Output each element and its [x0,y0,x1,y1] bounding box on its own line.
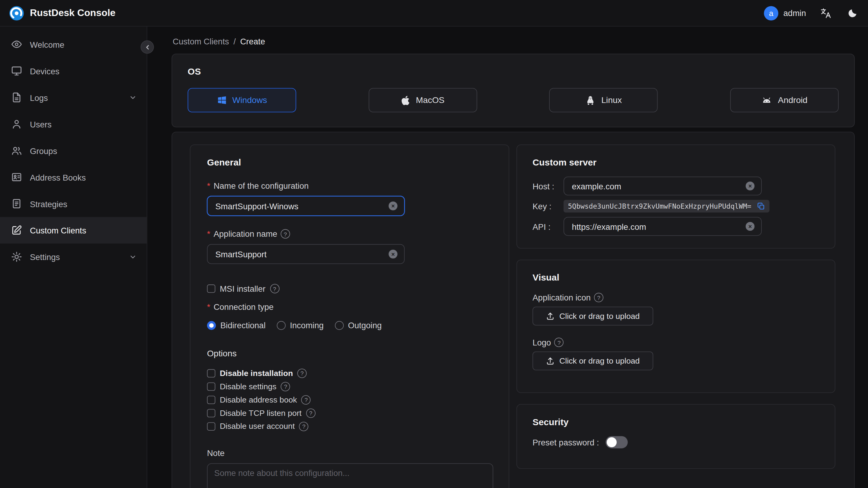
help-icon[interactable]: ? [270,284,279,293]
options-title: Options [207,349,492,359]
sidebar-item-logs[interactable]: Logs [0,84,147,111]
key-label: Key : [532,202,564,211]
translate-icon[interactable] [819,6,833,20]
connection-type-label: * Connection type [207,302,492,312]
radio-incoming[interactable]: Incoming [277,321,324,330]
sidebar-item-label: Users [30,119,52,129]
sidebar-item-welcome[interactable]: Welcome [0,31,147,58]
api-input[interactable] [571,221,746,232]
os-option-windows[interactable]: Windows [188,88,296,112]
sidebar-item-label: Welcome [30,39,64,49]
options-list: Disable installation ? Disable settings … [207,366,492,433]
app-title: RustDesk Console [30,7,115,19]
os-option-linux[interactable]: Linux [549,88,658,112]
os-options-row: Windows MacOS [188,88,838,112]
chevron-down-icon [129,94,137,101]
application-icon-upload-button[interactable]: Click or drag to upload [532,306,653,325]
radio-selected-icon [207,321,216,330]
radio-icon [335,321,343,330]
os-option-macos[interactable]: MacOS [369,88,477,112]
sidebar-collapse-button[interactable] [141,40,154,54]
option-disable-tcp-listen-port: Disable TCP listen port ? [207,406,492,420]
key-value-chip: 5Qbwsde3unUcJBtrx9ZkvUmwFNoExHzpryHuPUdq… [564,200,770,213]
rustdesk-logo-icon [9,5,24,21]
application-name-input-wrap: × [207,244,405,264]
sidebar-item-label: Address Books [30,173,86,182]
breadcrumb-parent[interactable]: Custom Clients [173,36,229,46]
sidebar-item-label: Logs [30,93,48,102]
disable-tcp-listen-port-checkbox[interactable] [207,409,215,417]
clear-icon[interactable]: × [746,182,754,190]
clear-icon[interactable]: × [746,222,754,231]
radio-outgoing[interactable]: Outgoing [335,321,382,330]
option-disable-settings: Disable settings ? [207,379,492,393]
users-icon [11,118,22,129]
logo-upload-button[interactable]: Click or drag to upload [532,352,653,370]
name-input[interactable] [214,201,389,211]
logs-icon [11,92,22,103]
disable-address-book-checkbox[interactable] [207,396,215,404]
sidebar-item-label: Strategies [30,199,67,208]
option-disable-user-account: Disable user account ? [207,420,492,433]
application-icon-label: Application icon ? [532,293,819,302]
disable-user-account-checkbox[interactable] [207,422,215,430]
disable-installation-checkbox[interactable] [207,369,215,377]
sidebar-item-settings[interactable]: Settings [0,243,147,270]
custom-server-panel: Custom server Host : × Key : [517,144,835,248]
copy-icon[interactable] [757,202,765,210]
sidebar: Welcome Devices Logs [0,27,147,488]
chevron-down-icon [129,253,137,261]
os-option-label: Android [778,95,808,105]
breadcrumb-current: Create [240,36,265,46]
sidebar-item-groups[interactable]: Groups [0,138,147,164]
sidebar-item-strategies[interactable]: Strategies [0,190,147,217]
help-icon[interactable]: ? [281,229,290,239]
clear-icon[interactable]: × [389,250,398,258]
sidebar-item-users[interactable]: Users [0,111,147,138]
msi-installer-checkbox[interactable] [207,284,215,293]
msi-installer-row: MSI installer ? [207,284,492,293]
preset-password-label: Preset password : [532,437,599,447]
clear-icon[interactable]: × [389,202,398,210]
help-icon[interactable]: ? [306,408,315,418]
api-row: API : × [532,217,819,236]
security-panel: Security Preset password : [517,404,835,469]
sidebar-item-address-books[interactable]: Address Books [0,164,147,190]
msi-installer-label: MSI installer [220,284,266,293]
user-menu[interactable]: a admin [764,6,806,20]
app-viewport: RustDesk Console a admin [0,0,868,488]
key-value: 5Qbwsde3unUcJBtrx9ZkvUmwFNoExHzpryHuPUdq… [568,202,753,210]
help-icon[interactable]: ? [554,338,564,347]
dark-mode-icon[interactable] [846,6,859,20]
radio-bidirectional[interactable]: Bidirectional [207,321,266,330]
application-name-label: * Application name ? [207,229,492,239]
breadcrumb-separator: / [234,36,236,46]
disable-settings-checkbox[interactable] [207,382,215,391]
required-marker: * [207,181,211,190]
required-marker: * [207,302,211,312]
app-body: Welcome Devices Logs [0,27,868,488]
name-label: * Name of the configuration [207,181,492,190]
sidebar-item-label: Settings [30,252,60,262]
os-card: OS Windows MacOS [172,54,855,127]
visual-title: Visual [532,272,819,283]
help-icon[interactable]: ? [298,368,307,378]
help-icon[interactable]: ? [281,382,290,391]
sidebar-item-devices[interactable]: Devices [0,58,147,84]
help-icon[interactable]: ? [594,293,603,302]
topbar: RustDesk Console a admin [0,0,868,27]
chevron-left-icon [144,43,151,51]
preset-password-toggle[interactable] [606,436,628,448]
os-option-android[interactable]: Android [730,88,839,112]
host-input[interactable] [571,181,746,191]
avatar[interactable]: a [764,6,779,20]
topbar-right: a admin [764,6,859,20]
help-icon[interactable]: ? [302,395,311,404]
sidebar-item-custom-clients[interactable]: Custom Clients [0,217,147,243]
welcome-icon [11,39,22,50]
note-textarea[interactable] [207,463,494,488]
sidebar-item-label: Devices [30,66,60,75]
configuration-card: General * Name of the configuration × * … [172,132,855,488]
application-name-input[interactable] [214,249,389,260]
help-icon[interactable]: ? [299,422,309,431]
